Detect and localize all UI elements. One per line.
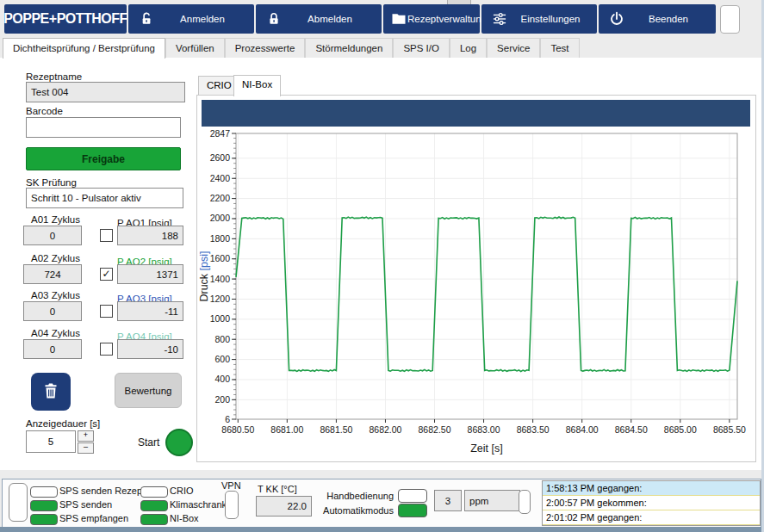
crio-label: CRIO [170,486,194,496]
anzeigedauer-stepper: 5 + – [26,430,94,454]
anzeigedauer-value[interactable]: 5 [26,430,76,453]
tab-ni-box[interactable]: NI-Box [233,75,281,96]
svg-text:1800: 1800 [210,233,231,244]
chart-panel: 6200400600800100012001400160018002000220… [196,95,756,462]
a02-zyklus-value: 724 [23,264,82,284]
svg-text:200: 200 [214,394,230,405]
p-ao1-checkbox[interactable] [100,229,113,242]
status-blank-indicator [9,483,28,522]
barcode-input[interactable] [26,117,181,138]
svg-text:Zeit [s]: Zeit [s] [470,442,503,455]
ni-box-label: NI-Box [170,513,199,523]
tab-test[interactable]: Test [540,38,579,58]
klimaschrank-led [140,500,168,511]
a02-zyklus-label: A02 Zyklus [31,253,80,263]
freigabe-button[interactable]: Freigabe [26,147,181,170]
svg-text:8681.00: 8681.00 [270,424,303,435]
anzeigedauer-increment-button[interactable]: + [78,430,94,442]
abmelden-label: Abmelden [285,14,375,24]
p-ao2-value: 1371 [117,264,183,284]
tab-log[interactable]: Log [450,38,487,58]
trash-icon [40,380,61,404]
sk-pruefung-label: SK Prüfung [26,177,77,188]
sps-senden-label: SPS senden [59,499,112,510]
svg-text:400: 400 [214,374,230,384]
svg-text:2000: 2000 [210,213,231,223]
toolbar-blank-button[interactable] [720,5,740,34]
a03-zyklus-value: 0 [23,301,82,321]
tab-prozesswerte[interactable]: Prozesswerte [225,38,306,58]
crio-led [140,486,168,498]
status-bar: SPS senden Rezept SPS senden SPS empfang… [2,479,761,528]
svg-text:2400: 2400 [210,173,231,183]
svg-text:1600: 1600 [210,253,231,263]
rezeptverwaltung-button[interactable]: Rezeptverwaltung [383,4,480,34]
chart-header-bar [202,100,750,127]
sliders-icon [488,10,511,28]
einstellungen-label: Einstellungen [511,14,590,24]
ppm-unit: ppm [464,490,520,511]
delete-button[interactable] [31,373,71,411]
ppm-value: 3 [434,490,462,511]
rezeptname-field[interactable]: Test 004 [26,82,185,102]
svg-text:8685.50: 8685.50 [713,424,746,435]
anzeigedauer-decrement-button[interactable]: – [78,442,94,454]
svg-text:1000: 1000 [210,313,231,324]
klimaschrank-label: Klimaschrank [170,499,227,510]
lock-icon [263,10,285,28]
rezeptverwaltung-label: Rezeptverwaltung [407,14,487,24]
anmelden-button[interactable]: Anmelden [128,4,254,34]
tab-vorfuellen[interactable]: Vorfüllen [165,38,225,58]
p-ao4-checkbox[interactable] [100,343,113,356]
sps-empfangen-led [30,514,58,525]
handbedienung-label: Handbedienung [317,491,394,501]
tab-dichtheitspruefung-berstpruefung[interactable]: Dichtheitsprüfung / Berstprüfung [3,38,165,59]
p-ao3-checkbox[interactable] [100,305,113,318]
anzeigedauer-label: Anzeigedauer [s] [26,418,100,429]
automatikmodus-led [398,504,427,517]
p-ao2-checkbox[interactable] [100,268,113,281]
start-label: Start [138,436,159,448]
einstellungen-button[interactable]: Einstellungen [481,4,597,34]
log-row[interactable]: 2:00:57 PM gekommen: [543,496,760,510]
p-ao1-value: 188 [117,226,183,245]
svg-text:2600: 2600 [210,152,231,163]
power-icon [606,10,628,28]
window-bottom-edge [0,527,764,532]
abmelden-button[interactable]: Abmelden [256,4,382,34]
log-row[interactable]: 1:58:13 PM gegangen: [543,481,760,496]
p-ao4-value: -10 [117,339,183,359]
svg-text:Druck [psi]: Druck [psi] [198,251,210,301]
svg-text:8684.50: 8684.50 [615,424,648,435]
svg-text:8680.50: 8680.50 [221,424,254,435]
log-row[interactable]: 2:01:02 PM gegangen: [543,510,760,525]
svg-text:8682.00: 8682.00 [369,424,401,435]
a03-zyklus-label: A03 Zyklus [31,290,80,300]
tab-stoermeldungen[interactable]: Störmeldungen [305,38,393,58]
sps-senden-rezept-label: SPS senden Rezept [59,486,145,496]
svg-text:1400: 1400 [210,274,231,284]
svg-text:2200: 2200 [210,193,231,203]
sps-senden-led [30,500,58,511]
folder-icon [390,10,407,28]
svg-text:2847: 2847 [210,128,231,139]
pressure-chart: 6200400600800100012001400160018002000220… [198,128,749,459]
sk-pruefung-field[interactable]: Schritt 10 - Pulsator aktiv [26,188,183,208]
svg-text:8683.00: 8683.00 [468,424,500,435]
handbedienung-led [398,489,427,503]
small-blank-indicator [519,490,531,514]
vpn-indicator [225,491,239,519]
toolbar: POPPE+POTTHOFF Anmelden Abmelden Rezeptv… [4,4,716,34]
bewertung-button[interactable]: Bewertung [115,373,182,408]
sps-senden-rezept-led [30,486,58,498]
app-logo: POPPE+POTTHOFF [4,4,127,34]
beenden-label: Beenden [628,14,709,24]
tab-sps-io[interactable]: SPS I/O [393,38,450,58]
a01-zyklus-label: A01 Zyklus [31,214,80,225]
svg-text:6: 6 [225,414,230,424]
tab-service[interactable]: Service [487,38,540,58]
p-ao3-value: -11 [117,301,183,321]
svg-text:8683.50: 8683.50 [517,424,550,435]
beenden-button[interactable]: Beenden [599,4,716,34]
barcode-label: Barcode [26,106,63,116]
